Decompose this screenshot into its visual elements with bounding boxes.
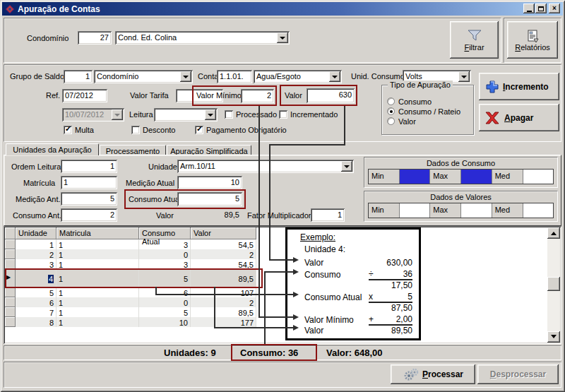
grid-row-3[interactable]: 31354,5 bbox=[5, 259, 547, 269]
medicao-atual-field[interactable]: 10 bbox=[177, 176, 242, 189]
valores-max-field[interactable] bbox=[461, 203, 492, 218]
grid-cell[interactable]: 1 bbox=[56, 287, 139, 297]
row-marker[interactable] bbox=[5, 317, 16, 327]
grid-cell[interactable]: 1 bbox=[56, 317, 139, 327]
grid-cell[interactable]: 3 bbox=[139, 239, 191, 249]
unid-consumo-dropdown-button[interactable] bbox=[458, 71, 470, 82]
consumo-atual-field[interactable]: 5 bbox=[177, 192, 242, 206]
scrollbar-thumb[interactable] bbox=[547, 277, 560, 291]
grid-row-7[interactable]: 71589,5 bbox=[5, 307, 547, 317]
row-marker[interactable] bbox=[5, 239, 16, 249]
incremento-button[interactable]: Incremento bbox=[479, 73, 559, 100]
grid-row-2[interactable]: 2102 bbox=[5, 249, 547, 259]
grid-cell[interactable]: 8 bbox=[16, 317, 56, 327]
processar-button[interactable]: Processar bbox=[391, 364, 475, 384]
row-marker[interactable] bbox=[5, 307, 16, 317]
apagar-button[interactable]: Apagar bbox=[479, 104, 559, 131]
grid-cell[interactable]: 7 bbox=[16, 307, 56, 317]
valores-med-field[interactable] bbox=[523, 203, 553, 218]
grid-cell[interactable]: 107 bbox=[191, 287, 256, 297]
incrementado-checkbox[interactable] bbox=[279, 110, 287, 119]
grid-cell[interactable]: 3 bbox=[16, 259, 56, 269]
grid-cell[interactable]: 2 bbox=[16, 249, 56, 259]
consumo-ant-field[interactable]: 2 bbox=[61, 208, 117, 222]
ordem-leitura-field[interactable]: 1 bbox=[61, 160, 117, 173]
grid-cell[interactable]: 6 bbox=[139, 287, 191, 297]
grid-row-8[interactable]: 8110177 bbox=[5, 317, 547, 327]
pagamento-obrigatorio-checkbox[interactable] bbox=[195, 126, 203, 134]
grid-cell[interactable]: 1 bbox=[56, 259, 139, 269]
grid-cell[interactable]: 2 bbox=[191, 297, 256, 307]
grid-cell[interactable]: 0 bbox=[139, 249, 191, 259]
grid-cell[interactable]: 6 bbox=[16, 297, 56, 307]
grid-cell[interactable]: 0 bbox=[139, 297, 191, 307]
tab-unidades-apuracao[interactable]: Unidades da Apuração bbox=[6, 143, 99, 155]
row-marker[interactable] bbox=[5, 249, 16, 259]
multa-checkbox[interactable] bbox=[64, 126, 72, 134]
grid-cell[interactable]: 89,5 bbox=[191, 307, 256, 317]
grid-column-header[interactable]: Consumo Atual bbox=[139, 227, 191, 239]
consumo-max-field[interactable] bbox=[461, 170, 492, 184]
grid-cell[interactable]: 2 bbox=[191, 249, 256, 259]
grid-cell[interactable]: 10 bbox=[139, 317, 191, 327]
leitura-select[interactable] bbox=[154, 108, 218, 121]
conta-code-field[interactable]: 1.1.01. bbox=[217, 70, 252, 83]
row-marker[interactable] bbox=[5, 297, 16, 307]
valor-apuracao-field[interactable]: 630 bbox=[307, 88, 355, 103]
grid-cell[interactable]: 1 bbox=[56, 239, 139, 249]
condominio-select[interactable]: Cond. Ed. Colina bbox=[115, 31, 290, 44]
conta-dropdown-button[interactable] bbox=[329, 71, 340, 82]
row-marker[interactable] bbox=[5, 287, 16, 297]
grid-row-4[interactable]: 41589,5 bbox=[5, 269, 547, 287]
maximize-button[interactable] bbox=[535, 4, 547, 13]
grid-cell[interactable]: 3 bbox=[139, 259, 191, 269]
selected-row-marker[interactable] bbox=[5, 269, 16, 287]
grid-cell[interactable]: 5 bbox=[139, 269, 191, 287]
tab-apuracao-simplificada[interactable]: Apuração Simplificada bbox=[167, 145, 251, 155]
row-marker[interactable] bbox=[5, 259, 16, 269]
grupo-saldo-select[interactable]: Condomínio bbox=[94, 70, 193, 83]
grid-row-1[interactable]: 11354,5 bbox=[5, 239, 547, 249]
grid-row-6[interactable]: 6102 bbox=[5, 297, 547, 307]
grid-cell[interactable]: 54,5 bbox=[191, 239, 256, 249]
minimize-button[interactable] bbox=[523, 4, 535, 13]
valor-minimo-field[interactable]: 2 bbox=[241, 89, 274, 103]
desconto-checkbox[interactable] bbox=[131, 126, 140, 134]
grid-cell[interactable]: 5 bbox=[16, 287, 56, 297]
unidade-dropdown-button[interactable] bbox=[341, 161, 352, 172]
grid-row-5[interactable]: 516107 bbox=[5, 287, 547, 297]
consumo-med-field[interactable] bbox=[523, 170, 553, 184]
grupo-saldo-dropdown-button[interactable] bbox=[180, 71, 191, 82]
grid-column-header[interactable]: Valor bbox=[191, 227, 256, 239]
grupo-saldo-code-field[interactable]: 1 bbox=[64, 70, 93, 83]
grid-cell[interactable]: 1 bbox=[16, 239, 56, 249]
grid-cell[interactable]: 54,5 bbox=[191, 259, 256, 269]
valores-min-field[interactable] bbox=[400, 203, 430, 218]
radio-valor[interactable] bbox=[387, 117, 395, 125]
tab-processamento[interactable]: Processamento bbox=[100, 145, 166, 155]
grid-cell[interactable]: 177 bbox=[191, 317, 256, 327]
scroll-up-button[interactable] bbox=[547, 227, 560, 239]
close-button[interactable]: × bbox=[549, 4, 560, 13]
grid-column-header[interactable]: Matricula bbox=[56, 227, 139, 239]
medicao-ant-field[interactable]: 5 bbox=[61, 192, 117, 206]
matricula-field[interactable]: 1 bbox=[61, 176, 117, 189]
condominio-dropdown-button[interactable] bbox=[277, 32, 288, 43]
grid-cell[interactable]: 1 bbox=[56, 249, 139, 259]
grid-cell[interactable]: 4 bbox=[16, 269, 56, 287]
grid-column-header[interactable]: Unidade bbox=[16, 227, 56, 239]
grid-cell[interactable]: 1 bbox=[56, 269, 139, 287]
consumo-min-field[interactable] bbox=[400, 170, 430, 184]
unidade-select[interactable]: Arm.10/11 bbox=[177, 160, 354, 173]
radio-consumo-rateio[interactable] bbox=[387, 107, 395, 115]
desprocessar-button[interactable]: Desprocessar bbox=[477, 364, 559, 384]
conta-select[interactable]: Agua/Esgoto bbox=[254, 70, 342, 83]
grid-cell[interactable]: 1 bbox=[56, 297, 139, 307]
leitura-dropdown-button[interactable] bbox=[205, 109, 216, 120]
filtrar-button[interactable]: Filtrar bbox=[450, 21, 499, 59]
condominio-code-field[interactable]: 27 bbox=[78, 31, 112, 44]
radio-consumo[interactable] bbox=[387, 97, 395, 105]
ref-field[interactable]: 07/2012 bbox=[62, 89, 107, 102]
scroll-down-button[interactable] bbox=[547, 331, 560, 343]
grid-scrollbar[interactable] bbox=[547, 227, 560, 343]
